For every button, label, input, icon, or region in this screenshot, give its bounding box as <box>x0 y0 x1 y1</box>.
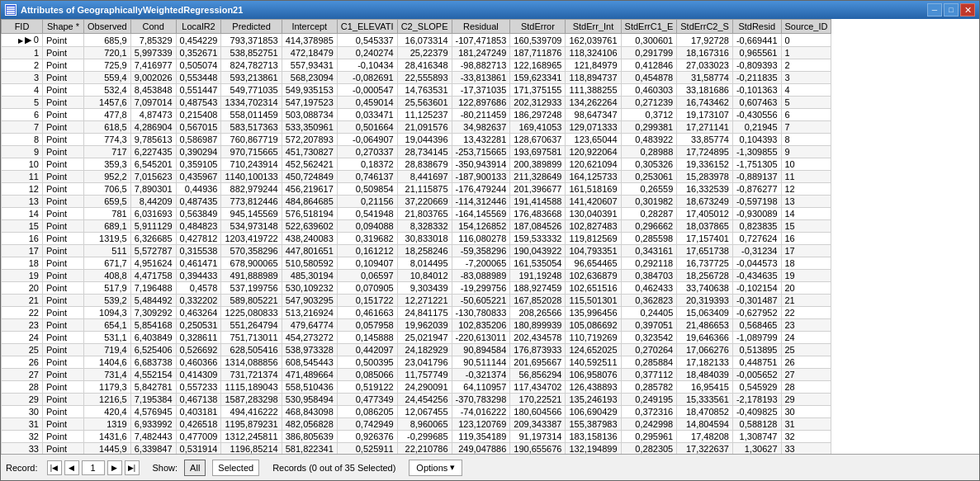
table-row[interactable]: 7Point618,54,2869040,567015583,517363533… <box>2 121 831 134</box>
table-row[interactable]: 4Point532,48,4538480,551447549,771035549… <box>2 84 831 97</box>
table-cell: 558,510436 <box>282 381 337 394</box>
show-all-button[interactable]: All <box>184 460 206 476</box>
table-cell: 793,371853 <box>221 34 282 47</box>
table-row[interactable]: 6Point477,84,874730,215408558,011459503,… <box>2 109 831 121</box>
table-cell: 0,459014 <box>337 97 397 109</box>
table-cell: 12,067455 <box>397 406 452 418</box>
table-row[interactable]: 10Point359,36,5452010,359105710,24391445… <box>2 158 831 171</box>
table-cell: 21,486653 <box>677 319 733 332</box>
table-cell: 572,207893 <box>282 134 337 146</box>
table-cell: -130,780833 <box>452 307 510 319</box>
table-row[interactable]: 9Point7176,2274350,390294970,715665451,7… <box>2 146 831 158</box>
table-cell: -0,434635 <box>732 270 781 282</box>
table-cell: 0,509854 <box>337 183 397 196</box>
table-row[interactable]: 25Point719,46,5254060,526692628,50541653… <box>2 344 831 356</box>
table-row[interactable]: 5Point1457,67,0970140,4875431334,7023145… <box>2 97 831 109</box>
table-cell: 593,213861 <box>221 72 282 84</box>
table-row[interactable]: 12Point706,57,8903010,44936882,979244456… <box>2 183 831 196</box>
table-row[interactable]: 28Point1179,35,8427810,5572331115,189043… <box>2 381 831 394</box>
table-cell: 0,323542 <box>621 332 677 344</box>
col-header-stderrc1e[interactable]: StdErrC1_E <box>621 20 677 34</box>
first-record-button[interactable]: |◀ <box>47 460 62 475</box>
options-button[interactable]: Options ▾ <box>409 460 462 476</box>
table-cell: 169,41053 <box>510 121 566 134</box>
table-row[interactable]: 18Point671,74,9516240,461471678,90006551… <box>2 257 831 270</box>
table-cell: 14,763531 <box>397 84 452 97</box>
table-cell: Point <box>43 196 84 208</box>
table-cell: 5 <box>2 97 43 109</box>
col-header-stderror[interactable]: StdError <box>510 20 566 34</box>
table-cell: 28,734145 <box>397 146 452 158</box>
table-cell: 7,482443 <box>130 431 176 443</box>
table-row[interactable]: 11Point952,27,0156230,4359671140,1001334… <box>2 171 831 183</box>
table-row[interactable]: 13Point659,58,442090,487435773,812446484… <box>2 196 831 208</box>
table-row[interactable]: 33Point1445,96,3398470,5319141196,852145… <box>2 443 831 455</box>
show-selected-button[interactable]: Selected <box>212 460 259 476</box>
table-row[interactable]: 26Point1404,66,6837380,4603661314,088856… <box>2 356 831 369</box>
table-cell: -114,312446 <box>452 196 510 208</box>
table-cell: 6,227435 <box>130 146 176 158</box>
table-row[interactable]: ▶ 0Point685,97,853290,454229793,37185341… <box>2 34 831 47</box>
col-header-stdresid[interactable]: StdResid <box>732 20 781 34</box>
table-row[interactable]: 16Point1319,56,3266850,4278121203,419722… <box>2 233 831 245</box>
table-row[interactable]: 3Point559,49,0020260,553448593,213861568… <box>2 72 831 84</box>
table-row[interactable]: 15Point689,15,9111290,484823534,97314852… <box>2 220 831 233</box>
table-cell: 717 <box>84 146 131 158</box>
table-row[interactable]: 2Point725,97,4169770,505074824,782713557… <box>2 59 831 72</box>
table-row[interactable]: 27Point731,44,5521540,414309731,72137447… <box>2 369 831 381</box>
col-header-shape[interactable]: Shape * <box>43 20 84 34</box>
table-cell: 31 <box>781 418 831 431</box>
close-button[interactable]: ✕ <box>960 3 975 17</box>
col-header-stderrc2s[interactable]: StdErrC2_S <box>677 20 733 34</box>
col-header-predicted[interactable]: Predicted <box>221 20 282 34</box>
table-cell: 0,291799 <box>621 47 677 59</box>
col-header-intercept[interactable]: Intercept <box>282 20 337 34</box>
minimize-button[interactable]: ─ <box>927 3 942 17</box>
table-row[interactable]: 29Point1216,57,1953840,4671381587,283298… <box>2 394 831 406</box>
col-header-localr2[interactable]: LocalR2 <box>176 20 221 34</box>
table-row[interactable]: 32Point1431,67,4824430,4770091312,245811… <box>2 431 831 443</box>
table-cell: 24,841175 <box>397 307 452 319</box>
col-header-fid[interactable]: FID <box>2 20 43 34</box>
table-row[interactable]: 21Point539,25,4844920,332202589,80522154… <box>2 295 831 307</box>
col-header-c2slope[interactable]: C2_SLOPE <box>397 20 452 34</box>
col-header-c1elevati[interactable]: C1_ELEVATI <box>337 20 397 34</box>
table-row[interactable]: 23Point654,15,8541680,250531551,26479447… <box>2 319 831 332</box>
next-record-button[interactable]: ▶ <box>107 460 122 475</box>
table-cell: 188,927459 <box>510 282 566 295</box>
col-header-observed[interactable]: Observed <box>84 20 131 34</box>
prev-record-button[interactable]: ◀ <box>64 460 79 475</box>
table-cell: 0,295961 <box>621 431 677 443</box>
table-row[interactable]: 22Point1094,37,3092920,4632641225,080833… <box>2 307 831 319</box>
table-cell: 0,505074 <box>176 59 221 72</box>
table-cell: 3 <box>781 72 831 84</box>
table-row[interactable]: 14Point7816,0316930,563849945,145569576,… <box>2 208 831 220</box>
col-header-residual[interactable]: Residual <box>452 20 510 34</box>
table-cell: 472,18479 <box>282 47 337 59</box>
table-cell: -74,016222 <box>452 406 510 418</box>
last-record-button[interactable]: ▶| <box>125 460 140 475</box>
table-cell: 132,194899 <box>566 443 621 455</box>
maximize-button[interactable]: □ <box>944 3 959 17</box>
col-header-sourceid[interactable]: Source_ID <box>781 20 831 34</box>
col-header-cond[interactable]: Cond <box>130 20 176 34</box>
table-cell: 0,477009 <box>176 431 221 443</box>
table-row[interactable]: 20Point517,97,1964880,4578537,199756530,… <box>2 282 831 295</box>
table-cell: 4 <box>781 84 831 97</box>
table-row[interactable]: 19Point408,84,4717580,394433491,88898948… <box>2 270 831 282</box>
table-cell: 359,3 <box>84 158 131 171</box>
record-number-input[interactable]: 1 <box>82 460 105 475</box>
table-row[interactable]: 24Point531,16,4038490,328611751,71301145… <box>2 332 831 344</box>
table-row[interactable]: 1Point720,15,9973390,352671538,852751472… <box>2 47 831 59</box>
table-cell: 0,435967 <box>176 171 221 183</box>
col-header-stderrint[interactable]: StdErr_Int <box>566 20 621 34</box>
table-cell: 0,26559 <box>621 183 677 196</box>
table-row[interactable]: 8Point774,39,7856130,586987760,867719572… <box>2 134 831 146</box>
table-row[interactable]: 31Point13196,9339920,4265181195,87923148… <box>2 418 831 431</box>
table-container[interactable]: FID Shape * Observed Cond LocalR2 Predic… <box>1 19 979 454</box>
table-cell: 0,397051 <box>621 319 677 332</box>
table-row[interactable]: 17Point5115,5727870,315538570,358296447,… <box>2 245 831 257</box>
table-cell: 0,094088 <box>337 220 397 233</box>
table-cell: 31,58774 <box>677 72 733 84</box>
table-row[interactable]: 30Point420,44,5769450,403181494,41622246… <box>2 406 831 418</box>
